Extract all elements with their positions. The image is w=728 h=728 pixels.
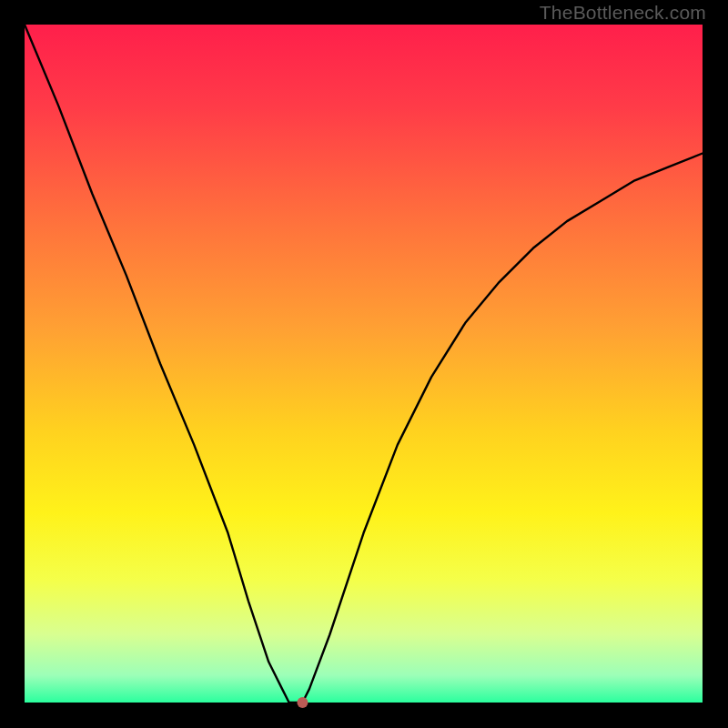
watermark-text: TheBottleneck.com	[540, 2, 706, 24]
bottleneck-chart	[0, 0, 728, 728]
chart-frame: TheBottleneck.com	[0, 0, 728, 728]
minimum-marker	[297, 697, 308, 708]
plot-area	[25, 25, 703, 703]
